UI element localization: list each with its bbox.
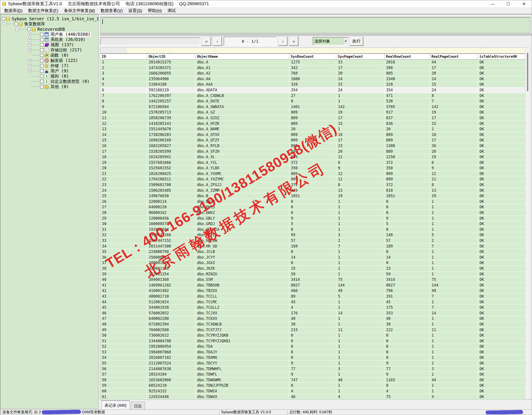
- filter-cell[interactable]: [349, 48, 394, 53]
- table-row[interactable]: 31666206055dbo.A27682080520OK: [100, 71, 525, 76]
- table-row[interactable]: 43480001710dbo.TCCLL8951917OK: [100, 294, 525, 299]
- column-header-SysRowCount[interactable]: SysRowCount: [289, 54, 336, 59]
- last-page-button[interactable]: »: [289, 37, 298, 46]
- table-row[interactable]: 511344004788dbo.TCYRYZJQKB10101OK: [100, 338, 525, 344]
- table-row[interactable]: 211826206625dbo.A_YXXMC8091280912OK: [100, 171, 525, 177]
- table-row[interactable]: 5960524218dbo.TDWJJFPGZB0101OK: [100, 383, 525, 388]
- tree-checkbox[interactable]: [40, 69, 44, 73]
- table-row[interactable]: 49704002508dbo.TCXTJTJ2151122211OK: [100, 327, 525, 333]
- table-row[interactable]: 201525681552dbo.A_YLBX35093509OK: [100, 165, 525, 171]
- maximize-button[interactable]: ☐: [500, 0, 516, 8]
- table-row[interactable]: 44512001824dbo.TCCMC451451OK: [100, 299, 525, 305]
- table-row[interactable]: 171538205599dbo.A_SFZH8092080920OK: [100, 149, 525, 154]
- filter-cell[interactable]: [481, 48, 525, 53]
- table-row[interactable]: 562144007638dbo.TDMWHFL773773OK: [100, 366, 525, 372]
- horizontal-splitter[interactable]: [100, 34, 532, 36]
- tree-item[interactable]: +视图 (137): [0, 42, 98, 48]
- menu-item-帮助[interactable]: 帮助(H): [145, 8, 165, 13]
- filter-cell[interactable]: [305, 48, 349, 53]
- table-row[interactable]: 231589681780dbo.A_ZFGJJ37283728OK: [100, 182, 525, 188]
- table-row[interactable]: 37288001026dbo.JGXZ0101OK: [100, 260, 525, 266]
- tree-checkbox[interactable]: [40, 38, 44, 41]
- table-row[interactable]: 552112007524dbo.TDCYY9191OK: [100, 361, 525, 366]
- menu-item-测试[interactable]: 测试: [165, 8, 179, 13]
- scrollbar-thumb[interactable]: [527, 53, 528, 91]
- column-header-isTableStructureOK[interactable]: isTableStructureOK: [478, 54, 525, 59]
- filter-cell[interactable]: [394, 48, 437, 53]
- tree-item[interactable]: 自定义数据类型 (0): [0, 79, 98, 84]
- table-row[interactable]: 31192000684dbo.GUOJIA0101OK: [100, 227, 525, 232]
- table-row[interactable]: 39352001254dbo.MINZU591591OK: [100, 271, 525, 277]
- tree-item[interactable]: 规则 (0): [0, 74, 98, 79]
- column-header-RealRowCount[interactable]: RealRowCount: [384, 54, 430, 59]
- table-row[interactable]: 45544001938dbo.TCGLL2411757OK: [100, 305, 525, 310]
- table-row[interactable]: 131551445670dbo.A_NAME201201OK: [100, 126, 525, 132]
- tab-table-records[interactable]: 表记录 (440): [101, 400, 130, 410]
- filter-input[interactable]: [100, 37, 200, 45]
- prev-page-button[interactable]: ‹: [213, 37, 222, 46]
- menu-item-数据库[interactable]: 数据库(D): [1, 8, 25, 13]
- expand-icon[interactable]: +: [28, 64, 31, 68]
- table-row[interactable]: 241506205485dbo.A_ZZMM8091381013OK: [100, 188, 525, 193]
- table-row[interactable]: 101570205713dbo.A_GZ8091991719OK: [100, 110, 525, 115]
- filter-cell[interactable]: [170, 48, 215, 53]
- tree-item[interactable]: +外键 (7): [0, 63, 98, 68]
- table-row[interactable]: 581653682008dbo.TDWGWMC74740116544OK: [100, 377, 525, 383]
- menu-item-数据查看[interactable]: 数据查看(V): [98, 8, 125, 13]
- table-row[interactable]: 50736002622dbo.TCYRYZJQKB0101OK: [100, 333, 525, 338]
- filter-cell[interactable]: [215, 48, 305, 53]
- tree-checkbox[interactable]: [2, 17, 5, 20]
- table-row[interactable]: 9672106504dbo.A_GWDATA14011423705142OK: [100, 104, 525, 110]
- table-row[interactable]: 46576002052dbo.TCJXX1761435314OK: [100, 310, 525, 316]
- column-header-ID[interactable]: ID: [100, 54, 147, 59]
- table-row[interactable]: 111858206739dbo.A_GZXZ8091783717OK: [100, 115, 525, 121]
- table-row[interactable]: 48672002394dbo.TCXDWLB381381OK: [100, 321, 525, 327]
- tree-item[interactable]: +触发器 (122): [0, 58, 98, 63]
- object-select-dropdown[interactable]: 选择对象 ▼: [313, 37, 349, 45]
- tab-log[interactable]: 日志: [131, 402, 145, 410]
- table-row[interactable]: 71762206397dbo.A_CXDWLB2714718OK: [100, 93, 525, 99]
- tree-checkbox[interactable]: [14, 22, 18, 26]
- close-button[interactable]: ✕: [516, 0, 532, 8]
- table-row[interactable]: 511964188dbo.AAA3281532815OK: [100, 82, 525, 87]
- table-row[interactable]: 40384001368dbo.SSM341475341475OK: [100, 277, 525, 282]
- next-page-button[interactable]: ›: [278, 37, 287, 46]
- expand-icon[interactable]: +: [28, 59, 31, 62]
- chevron-down-icon[interactable]: ▼: [343, 38, 348, 45]
- tree-checkbox[interactable]: [40, 80, 44, 83]
- tree-checkbox[interactable]: [40, 54, 44, 57]
- table-row[interactable]: 181634205941dbo.A_XL80912125019OK: [100, 154, 525, 160]
- tree-checkbox[interactable]: [40, 85, 44, 88]
- expand-icon[interactable]: +: [28, 43, 31, 47]
- sql-text-area[interactable]: [100, 17, 531, 33]
- table-row[interactable]: 36256000912dbo.JCYY141141OK: [100, 255, 525, 260]
- table-row[interactable]: 151698206169dbo.A_QTZY8091780917OK: [100, 137, 525, 143]
- table-row[interactable]: 2632000114dbo.DWJB0101OK: [100, 199, 525, 204]
- menu-item-设置[interactable]: 设置(S): [125, 8, 145, 13]
- collapse-icon[interactable]: −: [3, 22, 6, 26]
- execute-button[interactable]: 执行: [350, 37, 363, 46]
- expand-icon[interactable]: +: [28, 38, 31, 41]
- table-row[interactable]: 6092524332dbo.TDWSX4141OK: [100, 388, 525, 394]
- table-row[interactable]: 29128000456dbo.GBLY9191OK: [100, 216, 525, 221]
- table-row[interactable]: 21474205371dbo.A13421739817OK: [100, 65, 525, 71]
- table-row[interactable]: 191557681666dbo.A_YIL37263726OK: [100, 160, 525, 165]
- collapse-icon[interactable]: −: [16, 28, 19, 31]
- table-row[interactable]: 4235964986dbo.AA108024154024OK: [100, 76, 525, 82]
- table-row[interactable]: 321999447266dbo.HR_CJ9531485OK: [100, 232, 525, 238]
- table-row[interactable]: 2764000228dbo.DWLS0101OK: [100, 204, 525, 210]
- table-row[interactable]: 6592106219dbo.ADATA3542435424OK: [100, 87, 525, 93]
- table-row[interactable]: 42416001482dbo.TBZXX4664979649OK: [100, 288, 525, 294]
- tree-checkbox[interactable]: [40, 33, 44, 36]
- table-row[interactable]: 161602205827dbo.A_RYLB80923130836OK: [100, 143, 525, 149]
- table-row[interactable]: 531984007068dbo.TDAJY0101OK: [100, 349, 525, 355]
- table-row[interactable]: 221794206511dbo.A_YXZYMC8091180911OK: [100, 176, 525, 182]
- expand-icon[interactable]: +: [28, 33, 31, 36]
- table-row[interactable]: 81442205257dbo.A_DATE015387OK: [100, 98, 525, 104]
- tree-checkbox[interactable]: [28, 28, 31, 31]
- tree-item[interactable]: +系统表 (26/D19): [0, 37, 98, 42]
- column-header-SysPageCount[interactable]: SysPageCount: [336, 54, 384, 59]
- menu-item-备份文件恢复[interactable]: 备份文件恢复(M): [61, 8, 98, 13]
- first-page-button[interactable]: «: [202, 37, 211, 46]
- tree-checkbox[interactable]: [40, 59, 44, 62]
